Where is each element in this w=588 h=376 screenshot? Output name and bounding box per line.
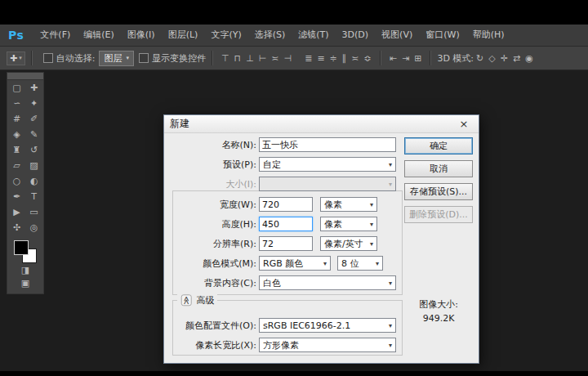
distribute-left-edges-icon[interactable]: ∥ bbox=[340, 53, 350, 64]
cancel-button[interactable]: 取消 bbox=[404, 160, 473, 177]
type-tool[interactable]: T bbox=[25, 189, 42, 204]
align-top-edges-icon[interactable]: ⊤ bbox=[219, 53, 232, 64]
resolution-unit-dropdown[interactable]: 像素/英寸 ▾ bbox=[320, 236, 377, 251]
menu-view[interactable]: 视图(V) bbox=[375, 25, 419, 46]
tools-panel-grip[interactable] bbox=[7, 73, 43, 80]
height-input[interactable] bbox=[259, 217, 313, 231]
resolution-input[interactable] bbox=[259, 236, 313, 251]
pixel-aspect-dropdown[interactable]: 方形像素 ▾ bbox=[259, 338, 396, 352]
rectangular-marquee-tool[interactable]: ▢ bbox=[8, 80, 25, 96]
image-size-label: 图像大小: bbox=[404, 298, 473, 311]
background-row: 背景内容(C): 白色 ▾ bbox=[171, 275, 396, 290]
chevron-down-icon: ▾ bbox=[376, 260, 379, 267]
options-bar: ✚ ▾ 自动选择: 图层 ▾ 显示变换控件 ⊤ ⊓ ⊥ ⊢ ≍ ⊣ ≣ ≡ ≑ … bbox=[0, 47, 588, 70]
color-profile-label: 颜色配置文件(O): bbox=[171, 320, 256, 332]
color-profile-dropdown[interactable]: sRGB IEC61966-2.1 ▾ bbox=[259, 318, 396, 333]
collapse-chevron-icon: ≪ bbox=[181, 294, 192, 306]
distribute-right-edges-icon[interactable]: ≎ bbox=[362, 53, 374, 64]
arrange-icon[interactable]: ⊞ bbox=[412, 53, 424, 64]
resolution-unit-value: 像素/英寸 bbox=[324, 238, 363, 250]
gradient-tool[interactable]: ▨ bbox=[25, 158, 42, 173]
distribute-bottom-edges-icon[interactable]: ≑ bbox=[327, 53, 340, 64]
name-input[interactable] bbox=[259, 137, 396, 152]
lasso-tool[interactable]: ∽ bbox=[8, 96, 25, 111]
foreground-color-swatch[interactable] bbox=[14, 240, 29, 255]
menu-filter[interactable]: 滤镜(T) bbox=[292, 25, 335, 46]
hand-tool[interactable]: ✣ bbox=[8, 220, 25, 235]
bit-depth-dropdown[interactable]: 8 位 ▾ bbox=[337, 256, 383, 271]
brush-tool[interactable]: ✎ bbox=[25, 127, 42, 142]
auto-select-checkbox[interactable] bbox=[43, 53, 53, 63]
menu-help[interactable]: 帮助(H) bbox=[466, 25, 511, 46]
distribute-vertical-centers-icon[interactable]: ≡ bbox=[314, 53, 327, 64]
chevron-down-icon: ▾ bbox=[389, 322, 392, 329]
color-mode-dropdown[interactable]: RGB 颜色 ▾ bbox=[259, 256, 331, 271]
size-row: 大小(I): ▾ bbox=[171, 177, 396, 191]
chevron-down-icon: ▾ bbox=[370, 240, 373, 248]
dodge-tool[interactable]: ◐ bbox=[25, 173, 42, 189]
width-unit-value: 像素 bbox=[324, 199, 342, 211]
menu-image[interactable]: 图像(I) bbox=[121, 25, 162, 46]
crop-tool[interactable]: # bbox=[8, 111, 25, 127]
history-brush-tool[interactable]: ↺ bbox=[25, 142, 42, 158]
move-tool[interactable]: ✚ bbox=[25, 80, 42, 96]
align-horizontal-centers-icon[interactable]: ≍ bbox=[269, 53, 281, 64]
save-preset-button[interactable]: 存储预设(S)... bbox=[404, 183, 473, 200]
3d-rotate-icon[interactable]: ↻ bbox=[474, 53, 486, 64]
menu-3d[interactable]: 3D(D) bbox=[336, 25, 376, 46]
mode-3d-label: 3D 模式: bbox=[437, 52, 474, 65]
background-value: 白色 bbox=[263, 277, 281, 289]
new-document-dialog: 新建 × 名称(N): 预设(P): 自定 ▾ 大小(I): ▾ 宽度(W): … bbox=[163, 114, 479, 364]
quick-mask-icon[interactable]: ◨ bbox=[21, 265, 29, 275]
dialog-title-bar[interactable]: 新建 × bbox=[164, 115, 479, 133]
3d-scale-icon[interactable]: ◉ bbox=[523, 53, 536, 64]
clone-stamp-tool[interactable]: ♜ bbox=[8, 142, 25, 158]
auto-align-icon[interactable]: ⇤ bbox=[387, 53, 399, 64]
name-label: 名称(N): bbox=[171, 139, 256, 151]
screen-mode-icon[interactable]: ▣ bbox=[21, 278, 29, 289]
menu-select[interactable]: 选择(S) bbox=[248, 25, 292, 46]
align-right-edges-icon[interactable]: ⊣ bbox=[282, 53, 295, 64]
auto-blend-icon[interactable]: ⇥ bbox=[399, 53, 412, 64]
distribute-horizontal-centers-icon[interactable]: ≍ bbox=[349, 53, 361, 64]
zoom-tool[interactable]: ◎ bbox=[25, 220, 42, 235]
chevron-down-icon: ▾ bbox=[389, 181, 392, 188]
3d-pan-icon[interactable]: ✛ bbox=[498, 53, 510, 64]
3d-roll-icon[interactable]: ◇ bbox=[486, 53, 497, 64]
height-unit-dropdown[interactable]: 像素 ▾ bbox=[320, 217, 377, 231]
pen-tool[interactable]: ✒ bbox=[8, 189, 25, 204]
auto-select-target-dropdown[interactable]: 图层 ▾ bbox=[99, 51, 134, 66]
background-dropdown[interactable]: 白色 ▾ bbox=[259, 275, 396, 290]
advanced-toggle[interactable]: ≪ 高级 bbox=[177, 294, 217, 307]
menu-window[interactable]: 窗口(W) bbox=[419, 25, 466, 46]
width-input[interactable] bbox=[259, 197, 313, 212]
preset-dropdown[interactable]: 自定 ▾ bbox=[259, 157, 396, 172]
eyedropper-tool[interactable]: ✐ bbox=[25, 111, 42, 127]
shape-tool[interactable]: ▭ bbox=[25, 204, 42, 220]
align-left-edges-icon[interactable]: ⊢ bbox=[256, 53, 270, 64]
tool-preset-button[interactable]: ✚ ▾ bbox=[7, 51, 25, 65]
height-label: 高度(H): bbox=[171, 218, 256, 231]
menu-edit[interactable]: 编辑(E) bbox=[77, 25, 121, 46]
ok-button[interactable]: 确定 bbox=[404, 137, 473, 154]
show-transform-checkbox[interactable] bbox=[139, 53, 149, 63]
align-vertical-centers-icon[interactable]: ⊓ bbox=[232, 53, 244, 64]
dialog-title: 新建 bbox=[170, 117, 189, 131]
menu-layer[interactable]: 图层(L) bbox=[162, 25, 205, 46]
healing-brush-tool[interactable]: ◈ bbox=[8, 127, 25, 142]
path-selection-tool[interactable]: ▶ bbox=[8, 204, 25, 220]
size-dropdown: ▾ bbox=[259, 177, 396, 191]
width-unit-dropdown[interactable]: 像素 ▾ bbox=[320, 197, 377, 212]
eraser-tool[interactable]: ▱ bbox=[8, 158, 25, 173]
bit-depth-value: 8 位 bbox=[341, 257, 359, 270]
tools-panel: ▢ ✚ ∽ ✦ # ✐ ◈ ✎ ♜ ↺ ▱ ▨ ○ ◐ ✒ T ▶ ▭ ✣ ◎ … bbox=[7, 72, 44, 294]
close-icon[interactable]: × bbox=[455, 118, 473, 130]
align-bottom-edges-icon[interactable]: ⊥ bbox=[243, 53, 256, 64]
3d-slide-icon[interactable]: ⇄ bbox=[510, 53, 523, 64]
quick-selection-tool[interactable]: ✦ bbox=[25, 96, 42, 111]
menu-type[interactable]: 文字(Y) bbox=[204, 25, 247, 46]
distribute-top-edges-icon[interactable]: ≣ bbox=[302, 53, 314, 64]
blur-tool[interactable]: ○ bbox=[8, 173, 25, 189]
height-unit-value: 像素 bbox=[324, 218, 342, 231]
menu-file[interactable]: 文件(F) bbox=[33, 25, 77, 46]
